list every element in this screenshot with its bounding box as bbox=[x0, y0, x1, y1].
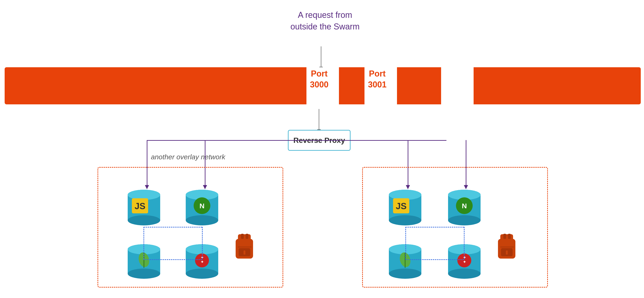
line-proxy-right-h bbox=[288, 140, 446, 141]
svg-point-18 bbox=[128, 269, 160, 279]
db-mongo-right bbox=[386, 241, 424, 282]
blue-dashed-v-left-left bbox=[144, 227, 144, 259]
svg-rect-32 bbox=[246, 234, 248, 239]
svg-text:N: N bbox=[462, 202, 467, 210]
blue-dashed-h-right-top bbox=[405, 227, 464, 228]
svg-point-24 bbox=[186, 269, 218, 279]
port-dots-gap bbox=[441, 67, 474, 104]
svg-point-6 bbox=[128, 215, 160, 225]
svg-point-44 bbox=[448, 215, 480, 225]
svg-rect-34 bbox=[244, 251, 246, 255]
ingress-label: Swarm's ingress routing mesh bbox=[18, 146, 160, 157]
port-3000-label: Port3000 bbox=[304, 68, 334, 90]
svg-rect-63 bbox=[503, 234, 506, 239]
svg-point-38 bbox=[389, 215, 421, 225]
arrow-request-down bbox=[321, 46, 321, 67]
blue-dashed-v-left-right bbox=[202, 227, 203, 259]
db-js-right: JS bbox=[386, 186, 424, 228]
svg-rect-30 bbox=[238, 234, 251, 242]
svg-text:✦: ✦ bbox=[200, 260, 204, 264]
port-3001-label: Port3001 bbox=[362, 68, 392, 90]
svg-rect-62 bbox=[500, 234, 513, 242]
db-js-left: JS bbox=[125, 186, 162, 228]
svg-rect-64 bbox=[508, 234, 511, 239]
line-proxy-left-h bbox=[147, 140, 289, 141]
blue-dashed-h-left-bottom bbox=[144, 259, 202, 260]
svg-text:✦: ✦ bbox=[463, 260, 466, 264]
blue-dashed-h-left-top bbox=[144, 227, 202, 228]
svg-point-12 bbox=[186, 215, 218, 225]
svg-point-50 bbox=[389, 269, 421, 279]
blue-dashed-v-right-left bbox=[405, 227, 406, 259]
svg-text:JS: JS bbox=[135, 201, 145, 211]
svg-rect-66 bbox=[506, 251, 508, 255]
blue-dashed-h-right-bottom bbox=[405, 259, 464, 260]
db-nginx-left: N bbox=[184, 186, 220, 228]
svg-text:N: N bbox=[200, 202, 204, 210]
port-dots: ... bbox=[422, 79, 432, 92]
arrow-port-to-proxy bbox=[319, 109, 319, 130]
db-nginx-right: N bbox=[446, 186, 483, 228]
diagram-container: A request from outside the Swarm Swarm's… bbox=[0, 0, 644, 298]
svg-point-56 bbox=[448, 269, 480, 279]
blue-dashed-v-right-right bbox=[464, 227, 464, 259]
svg-rect-31 bbox=[241, 234, 244, 239]
backpack-right bbox=[494, 232, 520, 263]
backpack-left bbox=[232, 232, 258, 263]
svg-text:JS: JS bbox=[396, 201, 406, 211]
overlay-label: another overlay network bbox=[151, 153, 225, 161]
request-label: A request from outside the Swarm bbox=[278, 9, 372, 33]
